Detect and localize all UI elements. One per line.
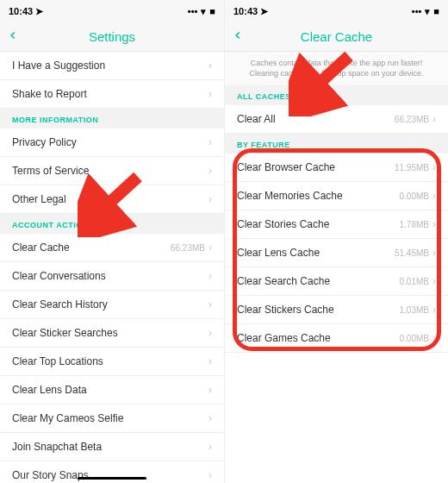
home-indicator[interactable] bbox=[78, 477, 146, 480]
chevron-right-icon: › bbox=[208, 442, 212, 452]
header: Clear Cache bbox=[225, 22, 448, 52]
back-button[interactable] bbox=[7, 29, 19, 45]
row-clear-cameos[interactable]: Clear My Cameos Selfie› bbox=[0, 405, 224, 433]
chevron-right-icon: › bbox=[208, 385, 212, 395]
row-detail: 0.01MB bbox=[400, 277, 429, 286]
row-label: Clear Sticker Searches bbox=[12, 327, 208, 339]
chevron-right-icon: › bbox=[208, 242, 212, 253]
row-label: Privacy Policy bbox=[12, 136, 208, 148]
chevron-right-icon: › bbox=[208, 299, 212, 310]
row-label: Clear Lens Data bbox=[12, 384, 208, 396]
location-icon: ➤ bbox=[260, 6, 268, 17]
row-label: Clear Search Cache bbox=[237, 275, 400, 287]
chevron-right-icon: › bbox=[208, 470, 212, 480]
row-label: Join Snapchat Beta bbox=[12, 441, 208, 453]
chevron-right-icon: › bbox=[208, 194, 212, 204]
row-clear-sticker-searches[interactable]: Clear Sticker Searches› bbox=[0, 319, 224, 348]
row-label: Clear Search History bbox=[12, 298, 208, 310]
chevron-right-icon: › bbox=[432, 304, 436, 315]
row-label: Clear Memories Cache bbox=[237, 190, 400, 202]
row-detail: 11.95MB bbox=[395, 163, 429, 172]
row-shake[interactable]: Shake to Report› bbox=[0, 80, 224, 109]
row-clear-search[interactable]: Clear Search Cache0.01MB› bbox=[225, 267, 448, 296]
row-suggestion[interactable]: I Have a Suggestion› bbox=[0, 52, 224, 80]
page-title: Settings bbox=[89, 29, 135, 44]
phone-clear-cache: 10:43 ➤ ••• ▾ ■ Clear Cache Caches conta… bbox=[224, 0, 448, 483]
chevron-right-icon: › bbox=[208, 356, 212, 367]
settings-list[interactable]: I Have a Suggestion› Shake to Report› MO… bbox=[0, 52, 224, 483]
row-label: Terms of Service bbox=[12, 165, 208, 177]
cache-list[interactable]: Caches contain data that make the app ru… bbox=[225, 52, 448, 483]
location-icon: ➤ bbox=[35, 6, 43, 17]
row-clear-games[interactable]: Clear Games Cache0.00MB› bbox=[225, 324, 448, 353]
chevron-left-icon bbox=[232, 29, 244, 41]
row-clear-conversations[interactable]: Clear Conversations› bbox=[0, 262, 224, 291]
section-account-actions: ACCOUNT ACTIONS bbox=[0, 214, 224, 234]
battery-icon: ■ bbox=[433, 6, 439, 16]
phone-settings: 10:43 ➤ ••• ▾ ■ Settings I Have a Sugges… bbox=[0, 0, 224, 483]
row-clear-top-locations[interactable]: Clear Top Locations› bbox=[0, 348, 224, 376]
battery-icon: ■ bbox=[209, 6, 215, 16]
chevron-right-icon: › bbox=[432, 114, 436, 124]
chevron-right-icon: › bbox=[208, 328, 212, 338]
row-label: Clear Stories Cache bbox=[237, 218, 400, 230]
row-clear-lens[interactable]: Clear Lens Cache51.45MB› bbox=[225, 239, 448, 267]
row-clear-search-history[interactable]: Clear Search History› bbox=[0, 291, 224, 319]
row-label: Clear Cache bbox=[12, 242, 171, 254]
row-label: Other Legal bbox=[12, 193, 208, 205]
row-detail: 51.45MB bbox=[395, 248, 429, 258]
status-time: 10:43 bbox=[233, 6, 258, 16]
wifi-icon: ▾ bbox=[201, 6, 206, 17]
status-bar: 10:43 ➤ ••• ▾ ■ bbox=[225, 0, 448, 22]
row-clear-all[interactable]: Clear All66.23MB› bbox=[225, 105, 448, 134]
row-privacy[interactable]: Privacy Policy› bbox=[0, 129, 224, 157]
row-clear-stickers[interactable]: Clear Stickers Cache1.03MB› bbox=[225, 296, 448, 324]
signal-icon: ••• bbox=[188, 6, 198, 16]
chevron-right-icon: › bbox=[208, 413, 212, 423]
section-more-info: MORE INFORMATION bbox=[0, 109, 224, 129]
row-story-snaps[interactable]: Our Story Snaps› bbox=[0, 461, 224, 483]
row-label: Clear Lens Cache bbox=[237, 247, 395, 259]
row-label: Clear All bbox=[237, 113, 395, 125]
row-label: Clear Games Cache bbox=[237, 332, 400, 344]
row-legal[interactable]: Other Legal› bbox=[0, 185, 224, 214]
status-bar: 10:43 ➤ ••• ▾ ■ bbox=[0, 0, 224, 22]
row-label: Clear My Cameos Selfie bbox=[12, 412, 208, 424]
row-label: I Have a Suggestion bbox=[12, 60, 208, 72]
chevron-right-icon: › bbox=[432, 276, 436, 286]
cache-banner: Caches contain data that make the app ru… bbox=[225, 52, 448, 85]
chevron-right-icon: › bbox=[208, 271, 212, 281]
chevron-right-icon: › bbox=[432, 248, 436, 258]
chevron-right-icon: › bbox=[432, 219, 436, 229]
chevron-left-icon bbox=[7, 29, 19, 41]
signal-icon: ••• bbox=[412, 6, 422, 16]
row-detail: 0.00MB bbox=[400, 334, 429, 343]
row-tos[interactable]: Terms of Service› bbox=[0, 157, 224, 185]
chevron-right-icon: › bbox=[432, 333, 436, 343]
row-clear-stories[interactable]: Clear Stories Cache1.78MB› bbox=[225, 210, 448, 239]
back-button[interactable] bbox=[232, 29, 244, 45]
chevron-right-icon: › bbox=[208, 137, 212, 147]
section-all-caches: ALL CACHES bbox=[225, 85, 448, 105]
chevron-right-icon: › bbox=[208, 89, 212, 99]
row-label: Clear Stickers Cache bbox=[237, 304, 400, 316]
wifi-icon: ▾ bbox=[425, 6, 430, 17]
row-detail: 1.78MB bbox=[400, 220, 429, 229]
row-detail: 0.00MB bbox=[400, 191, 429, 201]
row-clear-memories[interactable]: Clear Memories Cache0.00MB› bbox=[225, 182, 448, 210]
page-title: Clear Cache bbox=[301, 29, 372, 44]
row-clear-lens-data[interactable]: Clear Lens Data› bbox=[0, 376, 224, 405]
row-label: Clear Conversations bbox=[12, 270, 208, 282]
row-clear-cache[interactable]: Clear Cache66.23MB› bbox=[0, 234, 224, 262]
status-time: 10:43 bbox=[9, 6, 33, 16]
row-detail: 66.23MB bbox=[395, 115, 429, 124]
row-label: Shake to Report bbox=[12, 88, 208, 100]
section-by-feature: BY FEATURE bbox=[225, 134, 448, 154]
row-clear-browser[interactable]: Clear Browser Cache11.95MB› bbox=[225, 154, 448, 182]
chevron-right-icon: › bbox=[208, 166, 212, 176]
row-detail: 1.03MB bbox=[400, 305, 429, 315]
chevron-right-icon: › bbox=[432, 191, 436, 201]
chevron-right-icon: › bbox=[208, 60, 212, 71]
row-label: Clear Browser Cache bbox=[237, 161, 395, 173]
row-join-beta[interactable]: Join Snapchat Beta› bbox=[0, 433, 224, 461]
